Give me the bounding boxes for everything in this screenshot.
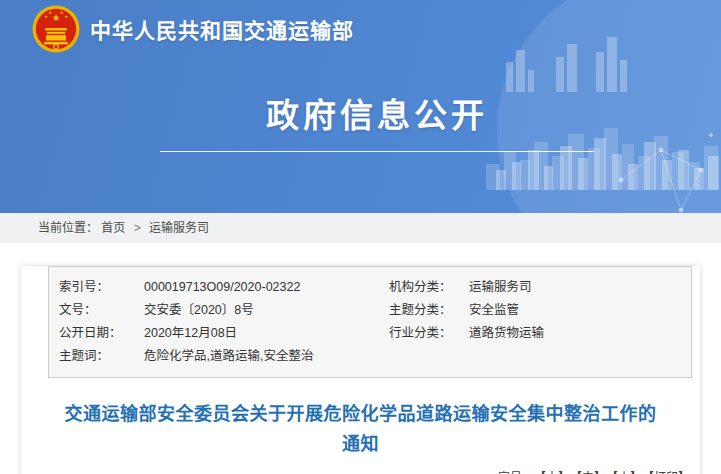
national-emblem-icon: ★ ★ ★ ★ ★ [32,5,80,53]
info-value: 000019713O09/2020-02322 [144,280,300,294]
info-label: 主题分类： [389,299,469,322]
info-row-index-number: 索引号：000019713O09/2020-02322 [49,276,379,299]
info-value: 运输服务司 [469,280,532,294]
breadcrumb-current-link[interactable]: 运输服务司 [149,221,209,235]
content-card: 索引号：000019713O09/2020-02322 文号：交安委〔2020〕… [21,266,700,474]
info-label: 行业分类： [389,322,469,345]
info-value: 危险化学品,道路运输,安全整治 [144,349,313,363]
info-label: 机构分类： [389,276,469,299]
info-value: 交安委〔2020〕8号 [144,303,254,317]
svg-text:★: ★ [44,14,48,19]
info-row-publish-date: 公开日期：2020年12月08日 [49,322,379,345]
info-row-doc-number: 文号：交安委〔2020〕8号 [49,299,379,322]
info-row-agency-category: 机构分类：运输服务司 [379,276,691,299]
info-row-industry-category: 行业分类：道路货物运输 [379,322,691,345]
info-row-topic-category: 主题分类：安全监管 [379,299,691,322]
info-label: 主题词： [59,345,144,368]
info-row-keywords: 主题词：危险化学品,道路运输,安全整治 [49,345,379,368]
info-label: 公开日期： [59,322,144,345]
font-size-controls: 字号：【大】【中】【小】【打印】 [21,468,700,474]
info-column-right: 机构分类：运输服务司 主题分类：安全监管 行业分类：道路货物运输 [379,276,691,368]
svg-text:★: ★ [52,12,61,23]
info-value: 2020年12月08日 [144,326,237,340]
banner: ★ ★ ★ ★ ★ 中华人民共和国交通运输部 政府信息公开 [0,0,721,213]
org-header: ★ ★ ★ ★ ★ 中华人民共和国交通运输部 [32,5,354,53]
org-name: 中华人民共和国交通运输部 [90,14,354,44]
info-label: 索引号： [59,276,144,299]
document-info-table: 索引号：000019713O09/2020-02322 文号：交安委〔2020〕… [48,266,692,378]
info-value: 道路货物运输 [469,326,544,340]
breadcrumb: 当前位置： 首页 > 运输服务司 [0,213,721,243]
svg-text:★: ★ [64,14,68,19]
page-title: 政府信息公开 [160,94,594,138]
site-title-block: 政府信息公开 [160,94,594,152]
info-column-left: 索引号：000019713O09/2020-02322 文号：交安委〔2020〕… [49,276,379,368]
article-title: 交通运输部安全委员会关于开展危险化学品道路运输安全集中整治工作的通知 [61,399,661,459]
breadcrumb-label: 当前位置： [38,221,98,235]
small-buildings-decoration [501,32,651,102]
info-value: 安全监管 [469,303,519,317]
title-underline [160,151,594,152]
svg-text:★: ★ [48,10,52,15]
info-label: 文号： [59,299,144,322]
breadcrumb-home-link[interactable]: 首页 [101,221,125,235]
svg-text:★: ★ [60,10,64,15]
breadcrumb-separator: > [134,221,141,235]
page: ★ ★ ★ ★ ★ 中华人民共和国交通运输部 政府信息公开 当前位置： 首 [0,0,721,474]
